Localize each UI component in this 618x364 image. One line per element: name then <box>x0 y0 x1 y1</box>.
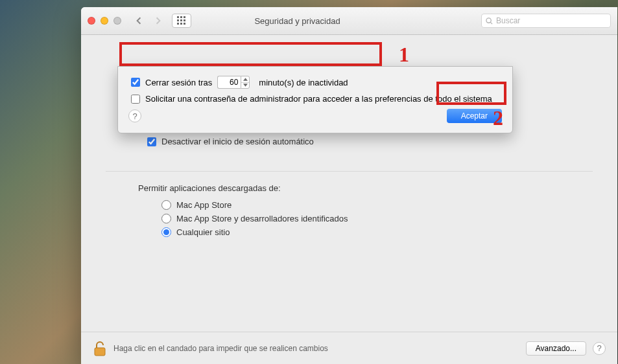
svg-line-10 <box>490 22 492 24</box>
disable-autologin-row: Desactivar el inicio de sesión automátic… <box>147 137 599 146</box>
disable-autologin-label: Desactivar el inicio de sesión automátic… <box>161 137 314 146</box>
radio-identified-devs: Mac App Store y desarrolladores identifi… <box>161 214 599 223</box>
sheet-help-button[interactable]: ? <box>128 109 141 122</box>
radio-identified-devs-input[interactable] <box>161 214 171 223</box>
svg-rect-11 <box>95 348 105 356</box>
logout-minutes-stepper[interactable] <box>217 76 250 89</box>
admin-row: Solicitar una contraseña de administrado… <box>131 94 502 104</box>
help-button[interactable]: ? <box>593 342 606 355</box>
stepper-buttons <box>241 76 250 89</box>
disable-autologin-checkbox[interactable] <box>147 137 156 146</box>
logout-checkbox[interactable] <box>131 78 140 87</box>
search-placeholder: Buscar <box>496 16 520 25</box>
lock-hint: Haga clic en el candado para impedir que… <box>113 344 328 353</box>
radio-anywhere-input[interactable] <box>161 227 171 237</box>
stepper-up[interactable] <box>241 76 249 83</box>
advanced-button[interactable]: Avanzado... <box>526 341 586 356</box>
annotation-label-2: 2 <box>493 106 503 130</box>
advanced-sheet: Cerrar sesión tras minuto(s) de inactivi… <box>117 66 513 133</box>
allow-apps-label: Permitir aplicaciones descargadas de: <box>138 183 599 193</box>
radio-mac-app-store-input[interactable] <box>161 200 171 210</box>
minimize-icon[interactable] <box>101 17 108 25</box>
stepper-down[interactable] <box>241 83 249 89</box>
radio-anywhere: Cualquier sitio <box>161 227 599 237</box>
sheet-footer: ? Aceptar <box>128 109 502 123</box>
svg-point-9 <box>486 17 491 22</box>
logout-minutes-input[interactable] <box>217 76 241 89</box>
annotation-label-1: 1 <box>399 43 409 67</box>
search-input[interactable]: Buscar <box>481 14 611 28</box>
window-title: Seguridad y privacidad <box>113 16 481 26</box>
logout-label-after: minuto(s) de inactividad <box>259 78 348 87</box>
logout-row: Cerrar sesión tras minuto(s) de inactivi… <box>131 76 502 89</box>
main-pane: Mostrar un mensaje cuando la pantalla es… <box>81 35 617 237</box>
search-icon <box>486 17 493 25</box>
admin-checkbox[interactable] <box>131 95 140 104</box>
radio-mac-app-store: Mac App Store <box>161 200 599 210</box>
divider <box>106 171 593 172</box>
admin-label: Solicitar una contraseña de administrado… <box>145 94 492 104</box>
radio-label: Mac App Store y desarrolladores identifi… <box>176 214 348 223</box>
radio-label: Cualquier sitio <box>176 227 230 237</box>
titlebar: Seguridad y privacidad Buscar <box>81 7 617 35</box>
lock-icon[interactable] <box>93 340 107 357</box>
content: Mostrar un mensaje cuando la pantalla es… <box>81 35 617 364</box>
logout-label-before: Cerrar sesión tras <box>145 78 212 87</box>
radio-label: Mac App Store <box>176 200 232 210</box>
prefs-window: Seguridad y privacidad Buscar Mostrar un… <box>81 7 617 364</box>
close-icon[interactable] <box>88 17 95 25</box>
footer: Haga clic en el candado para impedir que… <box>81 332 617 364</box>
